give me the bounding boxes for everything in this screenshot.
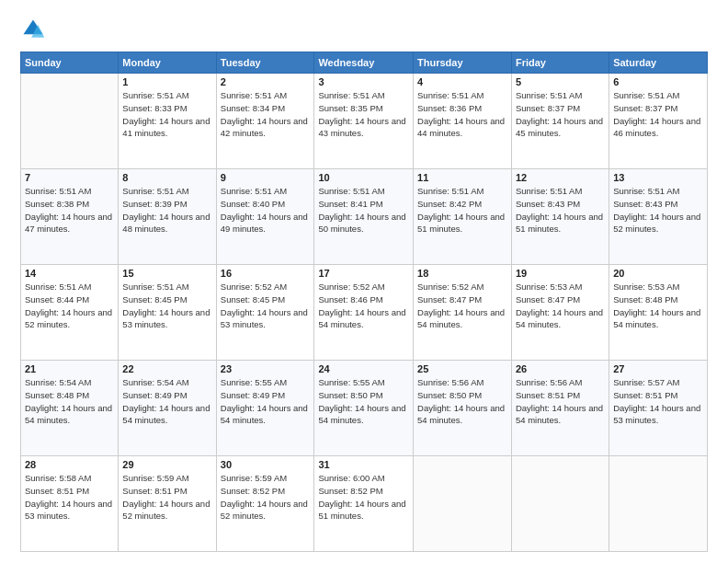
- table-row: 30Sunrise: 5:59 AM Sunset: 8:52 PM Dayli…: [216, 456, 314, 552]
- day-info: Sunrise: 5:51 AM Sunset: 8:43 PM Dayligh…: [613, 185, 703, 236]
- table-row: 12Sunrise: 5:51 AM Sunset: 8:43 PM Dayli…: [511, 169, 609, 265]
- day-info: Sunrise: 5:51 AM Sunset: 8:38 PM Dayligh…: [25, 185, 114, 236]
- logo: [20, 17, 50, 42]
- table-row: 8Sunrise: 5:51 AM Sunset: 8:39 PM Daylig…: [119, 169, 216, 265]
- table-row: 21Sunrise: 5:54 AM Sunset: 8:48 PM Dayli…: [21, 361, 119, 456]
- day-info: Sunrise: 5:51 AM Sunset: 8:44 PM Dayligh…: [25, 281, 114, 331]
- day-info: Sunrise: 5:52 AM Sunset: 8:46 PM Dayligh…: [318, 281, 409, 331]
- day-info: Sunrise: 5:51 AM Sunset: 8:33 PM Dayligh…: [122, 89, 211, 140]
- table-row: 23Sunrise: 5:55 AM Sunset: 8:49 PM Dayli…: [216, 361, 314, 456]
- table-row: 6Sunrise: 5:51 AM Sunset: 8:37 PM Daylig…: [609, 74, 708, 169]
- table-row: 29Sunrise: 5:59 AM Sunset: 8:51 PM Dayli…: [119, 456, 216, 552]
- day-info: Sunrise: 5:53 AM Sunset: 8:48 PM Dayligh…: [613, 281, 703, 331]
- day-number: 5: [516, 76, 605, 87]
- logo-icon: [20, 17, 46, 42]
- table-row: 11Sunrise: 5:51 AM Sunset: 8:42 PM Dayli…: [414, 169, 512, 265]
- col-wednesday: Wednesday: [314, 52, 414, 74]
- day-number: 25: [417, 363, 507, 374]
- day-number: 23: [221, 363, 311, 374]
- calendar-week-row: 21Sunrise: 5:54 AM Sunset: 8:48 PM Dayli…: [21, 361, 708, 456]
- day-info: Sunrise: 5:54 AM Sunset: 8:49 PM Dayligh…: [122, 376, 211, 427]
- day-number: 26: [516, 363, 605, 374]
- day-number: 15: [122, 268, 211, 279]
- day-number: 30: [221, 459, 311, 470]
- day-number: 21: [25, 363, 114, 374]
- day-info: Sunrise: 5:51 AM Sunset: 8:39 PM Dayligh…: [122, 185, 211, 236]
- day-number: 14: [25, 268, 114, 279]
- table-row: 7Sunrise: 5:51 AM Sunset: 8:38 PM Daylig…: [21, 169, 119, 265]
- day-info: Sunrise: 5:51 AM Sunset: 8:41 PM Dayligh…: [318, 185, 409, 236]
- header: [20, 17, 708, 42]
- calendar-table: Sunday Monday Tuesday Wednesday Thursday…: [20, 52, 708, 552]
- day-info: Sunrise: 6:00 AM Sunset: 8:52 PM Dayligh…: [318, 472, 409, 523]
- table-row: 25Sunrise: 5:56 AM Sunset: 8:50 PM Dayli…: [414, 361, 512, 456]
- day-info: Sunrise: 5:51 AM Sunset: 8:37 PM Dayligh…: [516, 89, 605, 140]
- table-row: 31Sunrise: 6:00 AM Sunset: 8:52 PM Dayli…: [314, 456, 414, 552]
- table-row: 28Sunrise: 5:58 AM Sunset: 8:51 PM Dayli…: [21, 456, 119, 552]
- day-number: 27: [613, 363, 703, 374]
- day-info: Sunrise: 5:52 AM Sunset: 8:47 PM Dayligh…: [417, 281, 507, 331]
- day-info: Sunrise: 5:52 AM Sunset: 8:45 PM Dayligh…: [221, 281, 311, 331]
- table-row: 1Sunrise: 5:51 AM Sunset: 8:33 PM Daylig…: [119, 74, 216, 169]
- day-number: 12: [516, 172, 605, 183]
- day-number: 16: [221, 268, 311, 279]
- table-row: [21, 74, 119, 169]
- table-row: 2Sunrise: 5:51 AM Sunset: 8:34 PM Daylig…: [216, 74, 314, 169]
- table-row: 4Sunrise: 5:51 AM Sunset: 8:36 PM Daylig…: [414, 74, 512, 169]
- table-row: 15Sunrise: 5:51 AM Sunset: 8:45 PM Dayli…: [119, 265, 216, 361]
- day-number: 4: [417, 76, 507, 87]
- day-number: 29: [122, 459, 211, 470]
- day-info: Sunrise: 5:58 AM Sunset: 8:51 PM Dayligh…: [25, 472, 114, 523]
- col-monday: Monday: [119, 52, 216, 74]
- day-info: Sunrise: 5:59 AM Sunset: 8:51 PM Dayligh…: [122, 472, 211, 523]
- day-info: Sunrise: 5:51 AM Sunset: 8:34 PM Dayligh…: [221, 89, 311, 140]
- col-thursday: Thursday: [414, 52, 512, 74]
- table-row: 16Sunrise: 5:52 AM Sunset: 8:45 PM Dayli…: [216, 265, 314, 361]
- col-friday: Friday: [511, 52, 609, 74]
- day-number: 13: [613, 172, 703, 183]
- day-info: Sunrise: 5:56 AM Sunset: 8:51 PM Dayligh…: [516, 376, 605, 427]
- day-info: Sunrise: 5:51 AM Sunset: 8:37 PM Dayligh…: [613, 89, 703, 140]
- day-number: 3: [318, 76, 409, 87]
- day-number: 6: [613, 76, 703, 87]
- day-number: 20: [613, 268, 703, 279]
- day-info: Sunrise: 5:51 AM Sunset: 8:43 PM Dayligh…: [516, 185, 605, 236]
- calendar-header-row: Sunday Monday Tuesday Wednesday Thursday…: [21, 52, 708, 74]
- col-tuesday: Tuesday: [216, 52, 314, 74]
- table-row: 10Sunrise: 5:51 AM Sunset: 8:41 PM Dayli…: [314, 169, 414, 265]
- calendar-week-row: 7Sunrise: 5:51 AM Sunset: 8:38 PM Daylig…: [21, 169, 708, 265]
- day-info: Sunrise: 5:54 AM Sunset: 8:48 PM Dayligh…: [25, 376, 114, 427]
- day-info: Sunrise: 5:59 AM Sunset: 8:52 PM Dayligh…: [221, 472, 311, 523]
- day-number: 10: [318, 172, 409, 183]
- table-row: 13Sunrise: 5:51 AM Sunset: 8:43 PM Dayli…: [609, 169, 708, 265]
- calendar-week-row: 28Sunrise: 5:58 AM Sunset: 8:51 PM Dayli…: [21, 456, 708, 552]
- day-number: 8: [122, 172, 211, 183]
- day-number: 7: [25, 172, 114, 183]
- table-row: 20Sunrise: 5:53 AM Sunset: 8:48 PM Dayli…: [609, 265, 708, 361]
- day-info: Sunrise: 5:56 AM Sunset: 8:50 PM Dayligh…: [417, 376, 507, 427]
- day-info: Sunrise: 5:55 AM Sunset: 8:49 PM Dayligh…: [221, 376, 311, 427]
- day-number: 18: [417, 268, 507, 279]
- day-info: Sunrise: 5:51 AM Sunset: 8:42 PM Dayligh…: [417, 185, 507, 236]
- table-row: [609, 456, 708, 552]
- table-row: 26Sunrise: 5:56 AM Sunset: 8:51 PM Dayli…: [511, 361, 609, 456]
- day-number: 31: [318, 459, 409, 470]
- table-row: [414, 456, 512, 552]
- day-info: Sunrise: 5:53 AM Sunset: 8:47 PM Dayligh…: [516, 281, 605, 331]
- calendar-week-row: 1Sunrise: 5:51 AM Sunset: 8:33 PM Daylig…: [21, 74, 708, 169]
- table-row: 5Sunrise: 5:51 AM Sunset: 8:37 PM Daylig…: [511, 74, 609, 169]
- page: Sunday Monday Tuesday Wednesday Thursday…: [0, 0, 728, 563]
- col-sunday: Sunday: [21, 52, 119, 74]
- day-number: 1: [122, 76, 211, 87]
- day-number: 9: [221, 172, 311, 183]
- day-info: Sunrise: 5:51 AM Sunset: 8:36 PM Dayligh…: [417, 89, 507, 140]
- day-info: Sunrise: 5:57 AM Sunset: 8:51 PM Dayligh…: [613, 376, 703, 427]
- day-number: 2: [221, 76, 311, 87]
- day-number: 11: [417, 172, 507, 183]
- day-number: 22: [122, 363, 211, 374]
- day-number: 28: [25, 459, 114, 470]
- table-row: 27Sunrise: 5:57 AM Sunset: 8:51 PM Dayli…: [609, 361, 708, 456]
- table-row: 24Sunrise: 5:55 AM Sunset: 8:50 PM Dayli…: [314, 361, 414, 456]
- table-row: 17Sunrise: 5:52 AM Sunset: 8:46 PM Dayli…: [314, 265, 414, 361]
- col-saturday: Saturday: [609, 52, 708, 74]
